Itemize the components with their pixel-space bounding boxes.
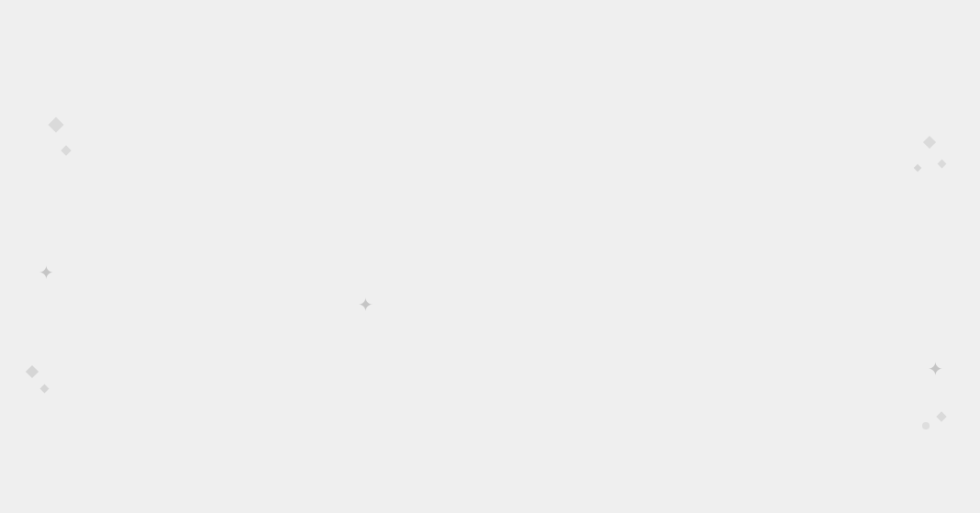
background <box>0 0 980 513</box>
